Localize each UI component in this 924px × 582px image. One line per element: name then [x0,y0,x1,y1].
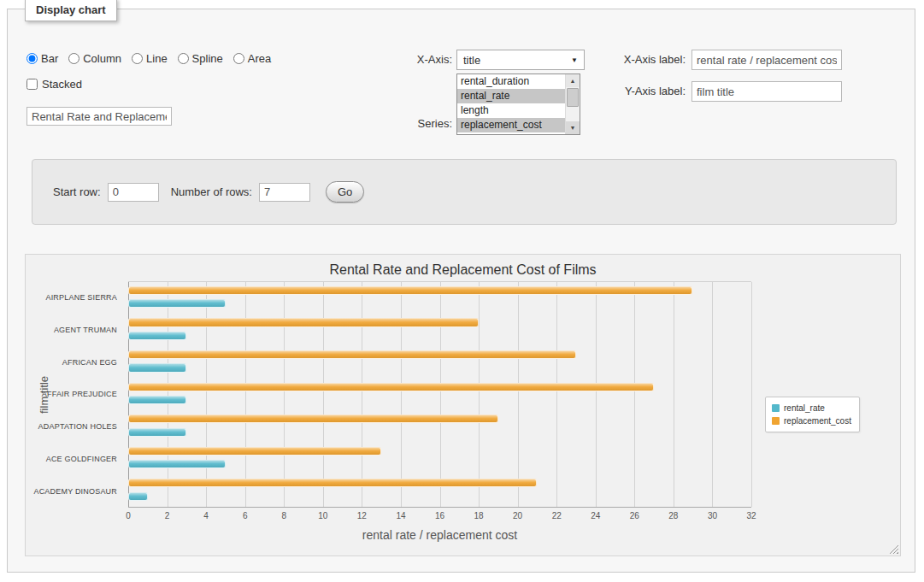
go-button[interactable]: Go [326,181,364,203]
legend-swatch [772,404,780,412]
bar-replacement_cost [128,414,498,423]
x-axis-ticks: 02468101214161820222426283032 [128,511,751,523]
x-tick-label: 8 [281,511,286,520]
chart-type-label: Bar [41,52,58,65]
start-row-input[interactable] [108,183,159,202]
category-label: ADAPTATION HOLES [26,410,123,443]
number-of-rows-label: Number of rows: [171,185,252,198]
x-tick-label: 14 [396,511,405,520]
scrollbar-thumb[interactable] [567,88,579,107]
y-axis-category-labels: AIRPLANE SIERRAAGENT TRUMANAFRICAN EGGAF… [26,281,123,508]
x-tick-label: 6 [243,511,248,520]
bar-rental_rate [128,299,226,308]
chart-type-label: Spline [192,52,223,65]
number-of-rows-input[interactable] [259,183,310,202]
chart-type-label: Line [146,52,168,65]
bar-replacement_cost [128,383,654,391]
plot-area [128,281,751,508]
bar-rental_rate [128,363,186,372]
chart-type-option-bar[interactable]: Bar [26,52,58,65]
legend-item-replacement_cost[interactable]: replacement_cost [772,414,851,427]
chart-type-option-column[interactable]: Column [68,52,121,65]
x-tick-label: 20 [513,511,522,520]
panel-legend: Display chart [25,0,117,21]
series-options: rental_durationrental_ratelengthreplacem… [457,74,565,134]
chart-type-radio-spline[interactable] [178,53,189,64]
stacked-label: Stacked [42,78,82,91]
category-row [128,379,751,411]
x-tick-label: 30 [708,511,717,520]
bar-replacement_cost [128,286,692,295]
stacked-checkbox[interactable] [26,79,38,90]
x-axis-select-value: title [463,54,480,67]
chart-type-radio-group: BarColumnLineSplineArea [26,52,271,65]
chevron-down-icon: ▼ [571,56,578,64]
x-tick-label: 22 [552,511,562,520]
legend-label: replacement_cost [784,416,851,426]
chart-type-label: Area [248,52,271,65]
x-tick-label: 28 [668,511,678,520]
y-axis-label-input[interactable] [692,81,842,102]
stacked-checkbox-label[interactable]: Stacked [26,78,82,91]
series-option-replacement_cost[interactable]: replacement_cost [457,118,565,132]
chart-type-option-line[interactable]: Line [132,52,168,65]
category-row [128,315,751,347]
category-row [128,474,751,507]
x-tick-label: 32 [746,511,756,520]
series-option-rental_rate[interactable]: rental_rate [457,89,565,103]
bar-replacement_cost [128,479,537,487]
category-label: ACE GOLDFINGER [26,443,123,475]
chart-legend: rental_ratereplacement_cost [765,397,860,432]
row-controls-panel: Start row: Number of rows: Go [32,159,897,225]
bar-rental_rate [128,332,186,340]
x-tick-label: 12 [357,511,367,520]
chart-type-radio-area[interactable] [233,53,244,64]
start-row-label: Start row: [53,185,101,198]
bar-replacement_cost [128,318,479,326]
bar-rental_rate [128,396,186,404]
bar-replacement_cost [128,447,381,456]
bar-replacement_cost [128,350,576,359]
scroll-up-icon[interactable]: ▲ [566,74,580,87]
series-option-length[interactable]: length [457,103,565,118]
x-axis-label-input[interactable] [692,50,842,70]
x-tick-label: 4 [203,511,209,520]
chart-title-input[interactable] [26,107,172,126]
chart-title: Rental Rate and Replacement Cost of Film… [26,262,900,278]
chart-type-radio-line[interactable] [132,53,143,64]
x-axis-label-label: X-Axis label: [606,50,686,70]
bar-rental_rate [128,492,148,501]
y-axis-label-label: Y-Axis label: [606,81,686,102]
x-axis-select[interactable]: title ▼ [456,50,585,70]
legend-item-rental_rate[interactable]: rental_rate [772,402,851,414]
x-tick-label: 18 [474,511,484,520]
x-tick-label: 2 [165,511,170,520]
category-row [128,410,751,443]
x-tick-label: 10 [318,511,327,520]
legend-swatch [772,417,780,425]
legend-label: rental_rate [784,403,825,413]
category-label: AFFAIR PREJUDICE [26,379,123,411]
x-axis-select-label: X-Axis: [384,50,452,70]
category-row [128,282,751,315]
chart-type-option-spline[interactable]: Spline [178,52,223,65]
category-label: AGENT TRUMAN [26,314,123,346]
category-label: AFRICAN EGG [26,346,123,379]
category-row [128,443,751,475]
bar-rental_rate [128,428,186,437]
chart-type-radio-column[interactable] [68,53,79,64]
chart-type-label: Column [83,52,121,65]
chart-type-radio-bar[interactable] [26,53,38,64]
series-option-rental_duration[interactable]: rental_duration [457,74,565,89]
series-listbox[interactable]: rental_durationrental_ratelengthreplacem… [456,73,580,135]
series-listbox-scrollbar[interactable]: ▲ ▼ [565,74,580,134]
resize-handle-icon[interactable] [889,544,898,554]
x-axis-title: rental rate / replacement cost [128,528,751,542]
category-label: AIRPLANE SIERRA [26,281,123,314]
chart-type-option-area[interactable]: Area [233,52,271,65]
scroll-down-icon[interactable]: ▼ [566,121,580,134]
category-label: ACADEMY DINOSAUR [26,475,123,508]
x-tick-label: 0 [126,511,131,520]
gridline [751,282,752,507]
x-tick-label: 16 [435,511,444,520]
